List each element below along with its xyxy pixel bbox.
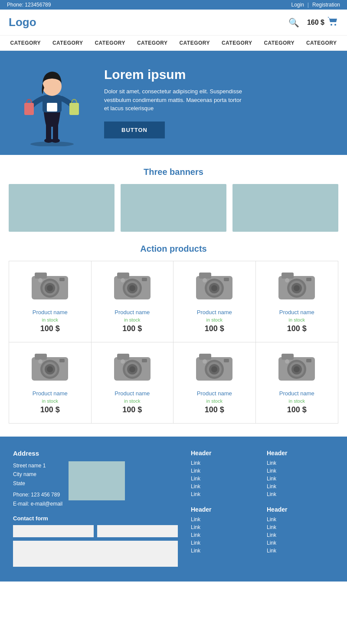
nav-item-4[interactable]: CATEGORY (137, 40, 168, 46)
nav-item-8[interactable]: CATEGORY (306, 40, 337, 46)
footer-col-3-title: Header (191, 506, 258, 513)
footer-link-1-3[interactable]: Link (191, 476, 258, 482)
footer-link-3-3[interactable]: Link (191, 532, 258, 538)
footer-link-4-5[interactable]: Link (267, 548, 334, 554)
footer-link-1-5[interactable]: Link (191, 491, 258, 497)
footer-link-2-4[interactable]: Link (267, 483, 334, 490)
phone-text: Phone: 123456789 (7, 2, 51, 8)
addr-line-5: E-mail: e-mail@email (13, 499, 62, 508)
addr-line-3: State (13, 479, 62, 488)
svg-point-19 (38, 278, 43, 283)
product-price-4: 100 $ (287, 324, 307, 333)
nav-item-3[interactable]: CATEGORY (95, 40, 125, 46)
footer-link-4-4[interactable]: Link (267, 540, 334, 546)
hero-figure (13, 59, 91, 146)
nav-item-7[interactable]: CATEGORY (264, 40, 295, 46)
footer-inner: Address Street name 1 City name State Ph… (13, 450, 334, 568)
cart-icon[interactable] (327, 16, 338, 29)
footer-links-group-1: Header Link Link Link Link Link (191, 450, 258, 497)
product-card-6[interactable]: Product name in stock 100 $ (92, 342, 174, 423)
footer-link-2-5[interactable]: Link (267, 491, 334, 497)
footer-link-2-3[interactable]: Link (267, 476, 334, 482)
product-stock-3: in stock (206, 317, 223, 322)
svg-rect-37 (282, 273, 294, 279)
addr-line-1: Street name 1 (13, 461, 62, 470)
svg-rect-18 (59, 278, 65, 281)
product-stock-6: in stock (124, 398, 140, 404)
nav-item-6[interactable]: CATEGORY (222, 40, 252, 46)
svg-rect-58 (142, 359, 147, 362)
footer-link-1-4[interactable]: Link (191, 483, 258, 490)
product-card-8[interactable]: Product name in stock 100 $ (256, 342, 338, 423)
login-link[interactable]: Login (291, 2, 304, 8)
product-price-3: 100 $ (205, 324, 224, 333)
svg-rect-29 (199, 273, 211, 279)
top-bar: Phone: 123456789 Login | Registration (0, 0, 347, 10)
product-image-6 (111, 349, 154, 386)
footer-link-4-1[interactable]: Link (267, 516, 334, 522)
svg-point-33 (211, 285, 217, 291)
product-name-4: Product name (279, 309, 314, 315)
product-card-1[interactable]: Product name in stock 100 $ (9, 261, 92, 342)
top-bar-right: Login | Registration (291, 2, 340, 8)
product-name-1: Product name (33, 309, 68, 315)
product-card-4[interactable]: Product name in stock 100 $ (256, 261, 338, 342)
registration-link[interactable]: Registration (312, 2, 340, 8)
logo[interactable]: Logo (9, 16, 36, 29)
svg-point-27 (121, 278, 125, 283)
svg-point-1 (334, 24, 336, 26)
header: Logo 🔍 160 $ (0, 10, 347, 35)
footer-link-3-2[interactable]: Link (191, 524, 258, 530)
svg-rect-11 (47, 103, 57, 112)
product-card-5[interactable]: Product name in stock 100 $ (9, 342, 92, 423)
product-price-6: 100 $ (122, 405, 142, 414)
footer-address-block: Street name 1 City name State Phone: 123… (13, 461, 178, 508)
hero-button[interactable]: BUTTON (104, 122, 165, 138)
search-icon[interactable]: 🔍 (288, 17, 299, 28)
product-image-8 (275, 349, 318, 386)
footer-input-2[interactable] (97, 525, 178, 537)
footer-link-4-2[interactable]: Link (267, 524, 334, 530)
products-grid-wrapper: Product name in stock 100 $ Product name… (0, 261, 347, 424)
footer-contact-title: Contact form (13, 515, 178, 522)
banner-3[interactable] (232, 184, 338, 232)
footer-link-2-2[interactable]: Link (267, 468, 334, 474)
product-card-2[interactable]: Product name in stock 100 $ (92, 261, 174, 342)
hero-text: Dolor sit amet, consectetur adipiscing e… (104, 87, 243, 113)
footer-link-1-2[interactable]: Link (191, 468, 258, 474)
svg-rect-26 (142, 278, 147, 281)
footer-textarea[interactable] (13, 541, 178, 567)
product-card-7[interactable]: Product name in stock 100 $ (174, 342, 256, 423)
product-name-3: Product name (197, 309, 232, 315)
svg-rect-34 (224, 278, 229, 281)
svg-rect-13 (35, 273, 47, 279)
footer-link-3-1[interactable]: Link (191, 516, 258, 522)
footer: Address Street name 1 City name State Ph… (0, 437, 347, 582)
nav-item-1[interactable]: CATEGORY (10, 40, 41, 46)
banner-1[interactable] (9, 184, 115, 232)
nav-item-2[interactable]: CATEGORY (52, 40, 83, 46)
footer-map (69, 461, 125, 500)
svg-point-25 (129, 285, 135, 291)
footer-links-group-3: Header Link Link Link Link Link (191, 506, 258, 554)
footer-link-2-1[interactable]: Link (267, 460, 334, 466)
cart-amount: 160 $ (307, 19, 324, 26)
nav-item-5[interactable]: CATEGORY (179, 40, 210, 46)
footer-address-text: Street name 1 City name State Phone: 123… (13, 461, 62, 508)
product-stock-4: in stock (289, 317, 305, 322)
banner-2[interactable] (121, 184, 226, 232)
addr-line-4: Phone: 123 456 789 (13, 490, 62, 499)
svg-point-41 (294, 285, 300, 291)
svg-rect-69 (282, 354, 294, 360)
svg-point-67 (203, 359, 207, 364)
footer-link-1-1[interactable]: Link (191, 460, 258, 466)
svg-rect-50 (59, 359, 65, 362)
footer-link-4-3[interactable]: Link (267, 532, 334, 538)
footer-input-1[interactable] (13, 525, 94, 537)
product-card-3[interactable]: Product name in stock 100 $ (174, 261, 256, 342)
svg-rect-74 (306, 359, 311, 362)
footer-link-3-5[interactable]: Link (191, 548, 258, 554)
svg-point-65 (211, 366, 217, 372)
footer-link-3-4[interactable]: Link (191, 540, 258, 546)
svg-point-43 (285, 278, 289, 283)
